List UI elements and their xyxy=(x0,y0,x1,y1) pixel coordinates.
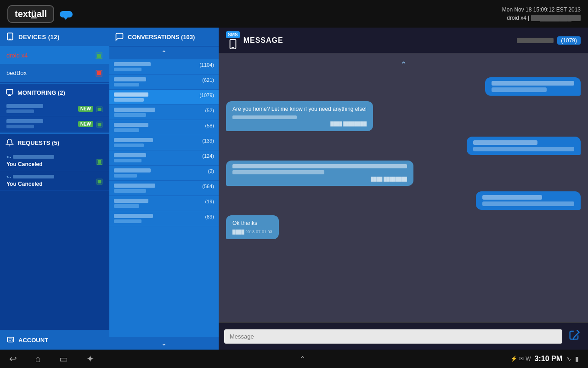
nav-left: ↩ ⌂ ▭ ✦ xyxy=(9,353,94,364)
device-icon-droid: ▣ xyxy=(95,50,103,60)
conv-scroll-up[interactable]: ⌃ xyxy=(109,46,219,59)
status-icons: ⚡ ✉ W xyxy=(510,356,531,362)
monitoring-item-1[interactable]: NEW ▣ xyxy=(0,101,109,116)
request-item-1[interactable]: <- You Canceled ▣ xyxy=(0,151,109,171)
sms-label: SMS xyxy=(226,31,240,38)
conv-item-2[interactable]: (1079) xyxy=(109,90,219,105)
new-badge-1: NEW xyxy=(78,106,93,112)
message-header-left: SMS MESSAGE xyxy=(226,31,283,49)
device-item-droid[interactable]: droid x4 ▣ xyxy=(0,46,109,64)
bubble-recv-3: Ok thanks ████ 2013-07-01 03 xyxy=(226,215,279,239)
request-status-2: You Canceled xyxy=(6,181,42,187)
datetime: Mon Nov 18 15:09:12 EST 2013 xyxy=(502,6,581,14)
bubble-recv-1: Are you home? Let me know if you need an… xyxy=(226,101,373,131)
devices-label: DEVICES (12) xyxy=(18,34,60,40)
conv-item-8[interactable]: (564) xyxy=(109,181,219,196)
divider-2 xyxy=(0,132,109,133)
svg-rect-2 xyxy=(6,89,13,94)
requests-section: REQUESTS (5) <- You Canceled ▣ xyxy=(0,134,109,330)
conv-icon xyxy=(115,32,124,41)
conv-item-3[interactable]: (52) xyxy=(109,105,219,120)
bubble-recv-1-time: ████ ████████ xyxy=(232,121,367,127)
account-section: ACCOUNT xyxy=(0,330,109,350)
bottom-nav: ↩ ⌂ ▭ ✦ ⌃ ⚡ ✉ W 3:10 PM ∿ ▮ xyxy=(0,350,588,368)
device-item-bedbox[interactable]: bedBox ▣ xyxy=(0,64,109,81)
monitoring-section: MONITORING (2) NEW ▣ xyxy=(0,84,109,132)
msg-row-sent-3 xyxy=(226,191,581,210)
conv-item-1[interactable]: (621) xyxy=(109,75,219,90)
device-icon-bedbox: ▣ xyxy=(95,68,103,78)
bubble-recv-3-time: ████ 2013-07-01 03 xyxy=(232,229,272,236)
conversations-panel: CONVERSATIONS (103) ⌃ (1104) (621) xyxy=(109,28,219,350)
devices-section-header: DEVICES (12) xyxy=(0,28,109,46)
msg-row-sent-2 xyxy=(226,137,581,155)
device-name-bedbox: bedBox xyxy=(6,69,27,76)
svg-rect-3 xyxy=(7,337,14,342)
request-arrow-1: <- xyxy=(6,154,11,160)
bubble-sent-2 xyxy=(467,137,581,155)
request-item-2[interactable]: <- You Canceled ▣ xyxy=(0,171,109,191)
conv-item-10[interactable]: (89) xyxy=(109,211,219,226)
sidebar: DEVICES (12) droid x4 ▣ bedBox ▣ MONITOR… xyxy=(0,28,109,350)
account-header[interactable]: ACCOUNT xyxy=(0,330,109,350)
mail-icon: ✉ xyxy=(519,356,524,362)
msg-row-sent-1 xyxy=(226,77,581,96)
msg-row-recv-1: Are you home? Let me know if you need an… xyxy=(226,101,581,131)
send-button[interactable] xyxy=(566,327,582,346)
conv-header: CONVERSATIONS (103) xyxy=(109,28,219,46)
send-icon xyxy=(568,328,581,341)
qr-button[interactable]: ✦ xyxy=(86,353,94,364)
conv-scroll-down[interactable]: ⌄ xyxy=(109,337,219,350)
request-arrow-2: <- xyxy=(6,174,11,179)
bubble-recv-3-text: Ok thanks xyxy=(232,219,272,227)
new-badge-2: NEW xyxy=(78,121,93,127)
account-icon xyxy=(6,336,15,344)
message-input-row xyxy=(219,322,588,350)
nav-center-up[interactable]: ⌃ xyxy=(300,355,305,363)
conv-item-9[interactable]: (19) xyxy=(109,196,219,211)
conv-list: (1104) (621) (1079) xyxy=(109,59,219,337)
phone-icon xyxy=(228,39,238,49)
request-status-1: You Canceled xyxy=(6,161,42,167)
account-label: ACCOUNT xyxy=(18,337,48,344)
device-label: droid x4 [ ████████ xyxy=(502,14,581,22)
monitoring-item-2[interactable]: NEW ▣ xyxy=(0,116,109,132)
logo-text: textüall xyxy=(15,9,47,19)
message-panel: SMS MESSAGE (1079) ⌃ xyxy=(219,28,588,350)
message-count: (1079) xyxy=(557,36,581,45)
conv-item-0[interactable]: (1104) xyxy=(109,59,219,75)
app-logo: textüall xyxy=(7,5,73,23)
word-icon: W xyxy=(526,356,531,362)
bubble-recv-2: ████ ████████ xyxy=(226,161,413,186)
msg-row-recv-2: ████ ████████ xyxy=(226,161,581,186)
usb-icon: ⚡ xyxy=(510,356,517,362)
device-name-droid: droid x4 xyxy=(6,52,28,59)
conv-header-label: CONVERSATIONS (103) xyxy=(128,34,195,40)
message-input[interactable] xyxy=(224,329,562,344)
bubble-recv-2-time: ████ ████████ xyxy=(232,176,407,183)
request-icon-1: ▣ xyxy=(96,157,103,166)
bubble-recv-1-text: Are you home? Let me know if you need an… xyxy=(232,105,367,113)
conv-item-7[interactable]: (2) xyxy=(109,166,219,181)
conv-item-5[interactable]: (139) xyxy=(109,135,219,150)
requests-icon xyxy=(6,138,14,147)
requests-label: REQUESTS (5) xyxy=(17,139,59,146)
home-button[interactable]: ⌂ xyxy=(35,354,41,364)
request-icon-2: ▣ xyxy=(96,177,103,185)
nav-right: ⚡ ✉ W 3:10 PM ∿ ▮ xyxy=(510,355,579,363)
msg-scroll-up[interactable]: ⌃ xyxy=(226,58,581,72)
bubble-sent-3 xyxy=(476,191,581,210)
conv-item-6[interactable]: (124) xyxy=(109,150,219,166)
monitoring-header: MONITORING (2) xyxy=(0,84,109,101)
main-layout: DEVICES (12) droid x4 ▣ bedBox ▣ MONITOR… xyxy=(0,28,588,350)
message-body: ⌃ Are you home? Let me know if you need … xyxy=(219,53,588,322)
recents-button[interactable]: ▭ xyxy=(59,353,68,364)
contact-blurred xyxy=(517,38,554,43)
message-header-right: (1079) xyxy=(517,36,581,45)
back-button[interactable]: ↩ xyxy=(9,353,17,364)
conv-item-4[interactable]: (58) xyxy=(109,120,219,135)
monitoring-icon xyxy=(6,88,14,97)
requests-header: REQUESTS (5) xyxy=(0,134,109,151)
battery-icon: ▮ xyxy=(575,355,579,362)
wifi-icon: ∿ xyxy=(566,355,571,362)
